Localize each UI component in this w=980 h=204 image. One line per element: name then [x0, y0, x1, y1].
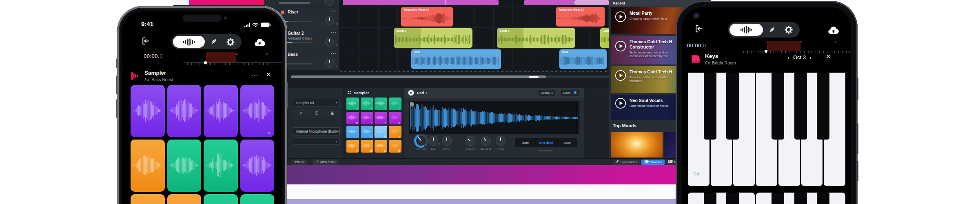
octave-next-icon[interactable]: › [809, 54, 811, 61]
sampler-pad[interactable]: B [361, 140, 373, 153]
sampler-pad[interactable]: 5 [361, 98, 373, 110]
input-device-dropdown[interactable]: Internal Microphone (Built-in) ▾ [293, 127, 340, 135]
sampler-pad[interactable] [167, 85, 202, 137]
play-icon[interactable] [615, 11, 626, 24]
black-key[interactable] [772, 73, 784, 140]
sampler-pad[interactable]: M [389, 140, 401, 153]
sampler-pad[interactable]: R [346, 112, 359, 124]
trash-icon[interactable] [325, 109, 340, 117]
knob-pitch[interactable] [442, 136, 452, 146]
cloud-upload-icon[interactable] [252, 34, 268, 49]
tab-samples[interactable]: Samples [641, 160, 665, 165]
play-icon[interactable] [615, 70, 626, 83]
tab-effects[interactable]: Effects [293, 160, 307, 165]
lyrics-quill-icon[interactable] [205, 36, 222, 48]
audio-clip[interactable]: Guitar 2 [497, 28, 575, 48]
more-options-icon[interactable]: ··· [331, 51, 337, 56]
kit-dropdown[interactable]: Sampler Kit ▾ [293, 99, 340, 107]
timeline-ruler[interactable]: 1 2 3 [184, 52, 282, 64]
black-key[interactable] [794, 73, 807, 140]
scrollbar-thumb[interactable] [529, 76, 539, 78]
sampler-pad[interactable]: G [361, 126, 373, 138]
group-chip[interactable]: Group: 1 [539, 90, 555, 96]
gear-icon[interactable] [222, 36, 239, 48]
black-key[interactable] [726, 73, 739, 140]
pan-knob[interactable] [325, 38, 334, 47]
loop-region[interactable] [206, 52, 236, 62]
monitor-dropdown[interactable]: ▾ [293, 137, 340, 145]
power-button[interactable] [857, 78, 858, 100]
sampler-pad[interactable] [204, 140, 238, 192]
clip-mini[interactable] [189, 0, 264, 5]
sampler-pad[interactable]: N [375, 140, 387, 153]
knob-tone[interactable] [496, 136, 506, 146]
sampler-pad[interactable] [167, 194, 202, 204]
audio-mode-tab[interactable] [173, 36, 205, 48]
black-key[interactable] [794, 193, 807, 204]
exit-track-icon[interactable] [140, 36, 151, 47]
mute-switch[interactable] [116, 58, 118, 68]
power-button[interactable] [286, 82, 288, 109]
timeline-scrollbar[interactable] [291, 75, 609, 78]
timeline-ruler[interactable]: 1 2 3 [743, 41, 851, 53]
black-key[interactable] [772, 193, 784, 204]
clip-mini[interactable] [524, 0, 574, 5]
sampler-pad[interactable] [204, 194, 238, 204]
black-key[interactable] [704, 73, 716, 140]
sample-start-marker[interactable] [410, 102, 414, 106]
pad-play-button[interactable] [408, 90, 414, 98]
black-key[interactable] [704, 193, 716, 204]
sampler-pad[interactable] [131, 194, 165, 204]
sampler-pad[interactable]: 6 [375, 98, 387, 110]
more-options-icon[interactable]: ··· [331, 30, 337, 35]
gear-icon[interactable] [780, 24, 797, 36]
fx-line[interactable]: FxBass Boost [144, 77, 173, 82]
side-button[interactable] [857, 161, 858, 181]
sampler-pad[interactable] [131, 140, 165, 192]
more-options-icon[interactable]: ··· [251, 73, 259, 79]
black-key[interactable] [817, 193, 829, 204]
sampler-pad[interactable]: 7 [389, 98, 401, 110]
sampler-pad[interactable]: T [361, 112, 373, 124]
sampler-pad[interactable]: H [375, 126, 387, 138]
volume-slider[interactable] [279, 2, 310, 4]
volume-up-button[interactable] [116, 75, 118, 94]
sampler-pad[interactable]: U [389, 112, 401, 124]
volume-down-button[interactable] [116, 99, 118, 118]
sampler-pad[interactable] [240, 140, 275, 192]
close-icon[interactable]: × [826, 52, 831, 60]
audio-clip[interactable]: Tremoholic Riser 03 [556, 7, 605, 27]
sampler-pad[interactable]: J [389, 126, 401, 138]
black-key[interactable] [726, 193, 739, 204]
clip-mini[interactable] [343, 0, 499, 5]
audio-clip[interactable]: Bass [411, 49, 501, 69]
sampler-pad[interactable]: V [346, 140, 359, 153]
sampler-pad[interactable] [204, 85, 238, 137]
audio-mode-tab[interactable] [729, 24, 763, 36]
cloud-upload-icon[interactable] [826, 22, 841, 37]
clip-mini[interactable] [574, 0, 609, 5]
more-options-icon[interactable]: ··· [331, 9, 337, 13]
close-icon[interactable]: × [266, 70, 271, 78]
play-mode-loop[interactable]: Loop [557, 138, 577, 147]
edit-icon[interactable] [293, 109, 308, 117]
sampler-pad[interactable] [131, 85, 165, 137]
knob-volume[interactable] [414, 134, 428, 148]
audio-clip[interactable]: Guitar 2 [394, 28, 472, 48]
black-key[interactable] [817, 73, 829, 140]
sampler-pad[interactable]: Y [375, 112, 387, 124]
sample-waveform-display[interactable] [408, 100, 580, 135]
sampler-pad[interactable]: F [346, 126, 359, 138]
tab-lyrics-notes[interactable]: Lyrics/Notes [613, 160, 640, 165]
play-mode-one-shot[interactable]: One Shot [536, 138, 557, 147]
sampler-pad[interactable] [167, 140, 202, 192]
fx-line[interactable]: FxBright Room [705, 60, 736, 65]
play-mode-gate[interactable]: Gate [515, 138, 536, 147]
audio-clip[interactable]: Tremoholic Riser 03 [401, 7, 453, 27]
pan-knob[interactable] [325, 16, 334, 25]
playhead-dot[interactable] [765, 50, 767, 53]
pan-knob[interactable] [325, 59, 334, 68]
tab-midi-editor[interactable]: MIDI Editor [313, 160, 338, 165]
play-icon[interactable] [615, 98, 626, 111]
octave-prev-icon[interactable]: ‹ [787, 54, 789, 61]
